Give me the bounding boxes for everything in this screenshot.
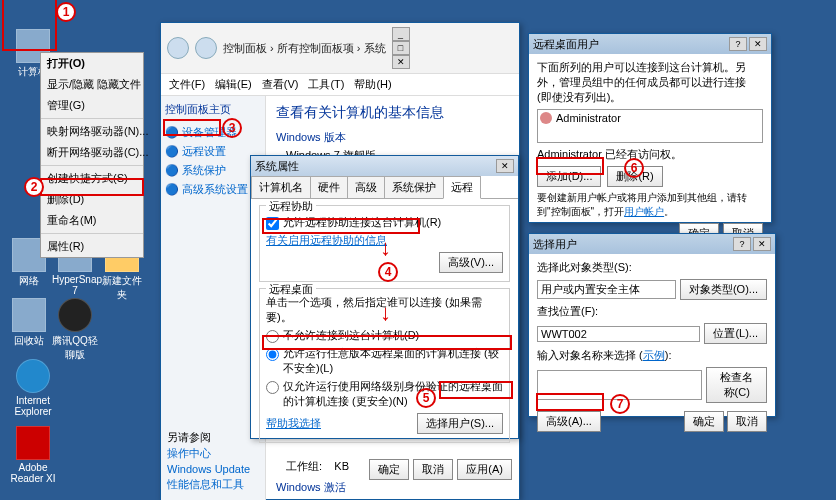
sel-help[interactable]: ?	[733, 237, 751, 251]
ctx-disconnect[interactable]: 断开网络驱动器(C)...	[41, 142, 143, 163]
link-devmgr[interactable]: 🔵 设备管理器	[165, 123, 261, 142]
marker-1: 1	[56, 2, 76, 22]
ctx-properties[interactable]: 属性(R)	[41, 236, 143, 257]
ctx-rename[interactable]: 重命名(M)	[41, 210, 143, 231]
marker-7: 7	[610, 394, 630, 414]
tab-computer-name[interactable]: 计算机名	[251, 176, 311, 198]
sel-advanced-button[interactable]: 高级(A)...	[537, 411, 601, 432]
prop-ok-button[interactable]: 确定	[369, 459, 409, 480]
rdu-note: Administrator 已经有访问权。	[537, 147, 763, 162]
ctx-delete[interactable]: 删除(D)	[41, 189, 143, 210]
min-button[interactable]: _	[392, 27, 410, 41]
system-properties-dialog: 系统属性✕ 计算机名 硬件 高级 系统保护 远程 远程协助 允许远程协助连接这台…	[250, 155, 519, 439]
page-title: 查看有关计算机的基本信息	[276, 104, 509, 122]
link-help-choose[interactable]: 帮助我选择	[266, 416, 321, 431]
radio-no-connect[interactable]: 不允许连接到这台计算机(D)	[266, 328, 503, 343]
cp-home[interactable]: 控制面板主页	[165, 102, 261, 117]
menu-view[interactable]: 查看(V)	[262, 77, 299, 92]
ctx-open[interactable]: 打开(O)	[41, 53, 143, 74]
list-item[interactable]: Administrator	[540, 112, 760, 124]
breadcrumb[interactable]: 控制面板 › 所有控制面板项 › 系统	[223, 41, 386, 56]
sel-names-label-pre: 输入对象名称来选择 (	[537, 349, 643, 361]
tab-remote[interactable]: 远程	[443, 176, 481, 199]
ctx-show[interactable]: 显示/隐藏 隐藏文件	[41, 74, 143, 95]
link-action-center[interactable]: 操作中心	[167, 445, 250, 462]
assist-advanced-button[interactable]: 高级(V)...	[439, 252, 503, 273]
desktop-icon-qq[interactable]: 腾讯QQ轻聊版	[52, 298, 98, 362]
sel-objtype-label: 选择此对象类型(S):	[537, 260, 767, 275]
ctx-mapdrive[interactable]: 映射网络驱动器(N)...	[41, 121, 143, 142]
group-remote-assist: 远程协助	[266, 199, 316, 214]
sel-ok-button[interactable]: 确定	[684, 411, 724, 432]
context-menu: 打开(O) 显示/隐藏 隐藏文件 管理(G) 映射网络驱动器(N)... 断开网…	[40, 52, 144, 258]
close-button[interactable]: ✕	[392, 55, 410, 69]
menu-help[interactable]: 帮助(H)	[354, 77, 391, 92]
link-perf[interactable]: 性能信息和工具	[167, 476, 250, 493]
prop-cancel-button[interactable]: 取消	[413, 459, 453, 480]
tab-advanced[interactable]: 高级	[347, 176, 385, 198]
menu-file[interactable]: 文件(F)	[169, 77, 205, 92]
sel-cancel-button[interactable]: 取消	[727, 411, 767, 432]
select-users-dialog: 选择用户?✕ 选择此对象类型(S): 用户或内置安全主体对象类型(O)... 查…	[528, 233, 776, 417]
sel-loc-label: 查找位置(F):	[537, 304, 767, 319]
sel-title: 选择用户	[533, 237, 577, 252]
link-windows-update[interactable]: Windows Update	[167, 462, 250, 476]
tab-sysprot[interactable]: 系统保护	[384, 176, 444, 198]
link-advanced[interactable]: 🔵 高级系统设置	[165, 180, 261, 199]
prop-apply-button[interactable]: 应用(A)	[457, 459, 512, 480]
sel-example-link[interactable]: 示例	[643, 349, 665, 361]
sel-check-button[interactable]: 检查名称(C)	[706, 367, 767, 403]
nav-back-button[interactable]	[167, 37, 189, 59]
marker-3: 3	[222, 118, 242, 138]
sel-objtype-button[interactable]: 对象类型(O)...	[680, 279, 767, 300]
user-icon	[540, 112, 552, 124]
remote-desktop-users-dialog: 远程桌面用户?✕ 下面所列的用户可以连接到这台计算机。另外，管理员组中的任何成员…	[528, 33, 772, 223]
desktop-icon-ie[interactable]: Internet Explorer	[8, 359, 58, 417]
rdu-useracct-link[interactable]: 用户帐户	[624, 206, 664, 217]
sel-close[interactable]: ✕	[753, 237, 771, 251]
recycle-icon	[12, 298, 46, 332]
check-allow-assist[interactable]: 允许远程协助连接这台计算机(R)	[266, 215, 503, 230]
max-button[interactable]: □	[392, 41, 410, 55]
sec-edition: Windows 版本	[276, 130, 509, 145]
ctx-shortcut[interactable]: 创建快捷方式(S)	[41, 168, 143, 189]
menu-edit[interactable]: 编辑(E)	[215, 77, 252, 92]
group-remote-desktop: 远程桌面	[266, 282, 316, 297]
nav-fwd-button[interactable]	[195, 37, 217, 59]
radio-nla-only[interactable]: 仅允许运行使用网络级别身份验证的远程桌面的计算机连接 (更安全)(N)	[266, 379, 503, 409]
desktop-icon-adobe[interactable]: Adobe Reader XI	[8, 426, 58, 484]
marker-5: 5	[416, 388, 436, 408]
link-sysprot[interactable]: 🔵 系统保护	[165, 161, 261, 180]
link-remote[interactable]: 🔵 远程设置	[165, 142, 261, 161]
desktop-icon-recycle[interactable]: 回收站	[8, 298, 50, 348]
select-users-button[interactable]: 选择用户(S)...	[417, 413, 503, 434]
ctx-manage[interactable]: 管理(G)	[41, 95, 143, 116]
link-assist-info[interactable]: 有关启用远程协助的信息	[266, 234, 387, 246]
rdu-desc: 下面所列的用户可以连接到这台计算机。另外，管理员组中的任何成员都可以进行连接 (…	[537, 60, 763, 105]
prop-title: 系统属性	[255, 159, 299, 174]
arrow-down-5: ↓	[380, 300, 391, 326]
arrow-down-4: ↓	[380, 235, 391, 261]
also-title: 另请参阅	[167, 430, 250, 445]
rdu-title: 远程桌面用户	[533, 37, 599, 52]
sel-objtype-input[interactable]: 用户或内置安全主体	[537, 280, 676, 299]
sel-loc-input[interactable]: WWT002	[537, 326, 700, 342]
menu-tools[interactable]: 工具(T)	[308, 77, 344, 92]
rdu-listbox[interactable]: Administrator	[537, 109, 763, 143]
rdu-close[interactable]: ✕	[749, 37, 767, 51]
rdu-help[interactable]: ?	[729, 37, 747, 51]
marker-4: 4	[378, 262, 398, 282]
radio-any-version[interactable]: 允许运行任意版本远程桌面的计算机连接 (较不安全)(L)	[266, 346, 503, 376]
qq-icon	[58, 298, 92, 332]
rdu-add-button[interactable]: 添加(D)...	[537, 166, 601, 187]
sel-loc-button[interactable]: 位置(L)...	[704, 323, 767, 344]
prop-close[interactable]: ✕	[496, 159, 514, 173]
ie-icon	[16, 359, 50, 393]
marker-6: 6	[624, 158, 644, 178]
adobe-icon	[16, 426, 50, 460]
tab-hardware[interactable]: 硬件	[310, 176, 348, 198]
marker-2: 2	[24, 177, 44, 197]
